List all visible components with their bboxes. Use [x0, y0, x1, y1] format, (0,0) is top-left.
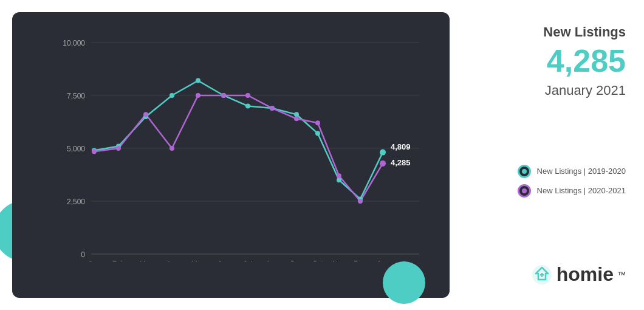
legend-item-teal: New Listings | 2019-2020: [518, 165, 626, 178]
legend-label-purple: New Listings | 2020-2021: [537, 186, 626, 195]
dot-teal-nov: [337, 177, 341, 182]
right-panel: New Listings 4,285 January 2021 New List…: [462, 12, 632, 298]
dot-purple-apr: [170, 146, 174, 151]
stats-date: January 2021: [543, 83, 626, 98]
y-label-5000: 5,000: [67, 145, 85, 153]
main-container: 10,000 7,500 5,000 2,500 0: [6, 6, 638, 304]
dot-teal-may: [196, 78, 200, 83]
callout-purple-value: 4,285: [391, 158, 411, 167]
x-label-jan1: Jan: [88, 260, 100, 261]
brand-tm: ™: [617, 270, 626, 280]
dot-purple-sep: [294, 116, 299, 121]
dot-purple-jan2: [380, 160, 386, 167]
x-label-mar: Mar: [140, 260, 152, 261]
stats-title: New Listings: [543, 24, 626, 40]
x-label-aug: Aug: [265, 260, 278, 261]
dot-purple-oct: [315, 120, 320, 125]
dot-teal-sep: [294, 112, 299, 117]
stats-value: 4,285: [543, 45, 626, 77]
x-label-jul: Jul: [243, 260, 252, 261]
dot-purple-jan: [92, 149, 97, 154]
brand-logo: homie™: [531, 263, 626, 286]
x-label-oct: Oct: [312, 260, 324, 261]
dot-purple-jul: [245, 93, 250, 98]
dot-teal-jan2: [380, 150, 386, 156]
legend-section: New Listings | 2019-2020 New Listings | …: [518, 165, 626, 198]
homie-house-icon: [531, 264, 553, 286]
dot-purple-jun: [221, 93, 226, 98]
brand-name: homie: [557, 263, 614, 286]
dot-teal-apr: [170, 93, 174, 98]
x-label-jun: Jun: [218, 260, 229, 261]
legend-item-purple: New Listings | 2020-2021: [518, 184, 626, 198]
x-label-apr: Apr: [166, 260, 178, 261]
dot-purple-dec: [358, 199, 363, 204]
x-label-sep: Sep: [290, 260, 303, 261]
y-label-2500: 2,500: [67, 198, 85, 206]
dot-purple-mar: [143, 112, 148, 117]
y-label-10000: 10,000: [63, 39, 85, 47]
callout-teal-value: 4,809: [391, 142, 411, 151]
legend-icon-teal: [518, 165, 531, 178]
x-label-jan2: Jan: [377, 260, 388, 261]
legend-dot-purple: [522, 188, 527, 193]
chart-panel: 10,000 7,500 5,000 2,500 0: [12, 12, 450, 298]
y-label-7500: 7,500: [67, 92, 85, 100]
teal-decoration-bottom: [383, 261, 425, 304]
dot-purple-feb: [116, 146, 121, 151]
legend-icon-purple: [518, 184, 531, 198]
x-label-dec: Dec: [354, 260, 366, 261]
x-label-feb: Feb: [112, 260, 125, 261]
x-label-may: May: [191, 260, 205, 261]
dot-teal-jul: [245, 103, 250, 108]
stats-section: New Listings 4,285 January 2021: [543, 24, 626, 98]
y-label-0: 0: [81, 250, 85, 259]
legend-dot-teal: [522, 169, 527, 174]
dot-purple-may: [196, 93, 200, 98]
dot-purple-nov: [337, 173, 341, 178]
x-label-nov: Nov: [332, 260, 345, 261]
chart-svg: 10,000 7,500 5,000 2,500 0: [55, 30, 431, 261]
legend-label-teal: New Listings | 2019-2020: [537, 167, 626, 176]
dot-teal-oct: [315, 131, 320, 136]
dot-purple-aug: [270, 106, 275, 111]
